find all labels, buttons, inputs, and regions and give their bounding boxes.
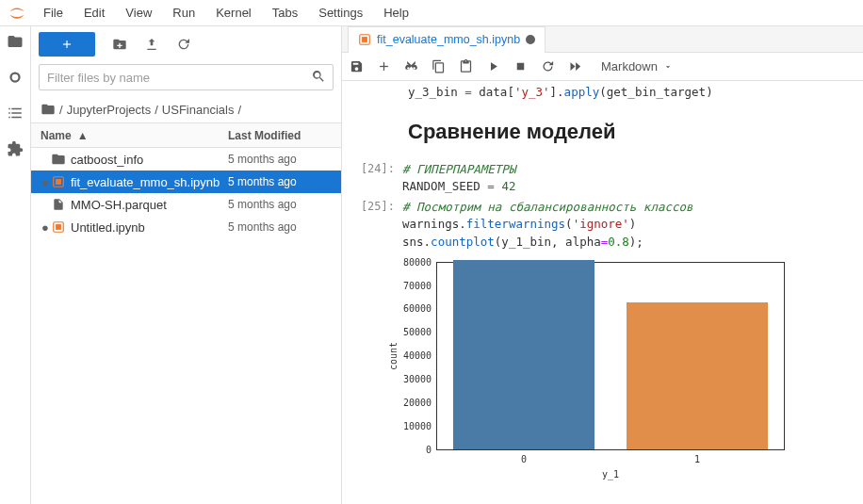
notebook-toolbar: Markdown [342,53,863,81]
search-icon [311,69,326,84]
code-cell[interactable]: [24]:# ГИПЕРПАРАМЕТРЫ RANDOM_SEED = 42 [342,159,863,197]
code-snippet: y_3_bin = data['y_3'].apply(get_bin_targ… [342,85,863,103]
chart-output: 8000070000600005000040000300002000010000… [342,252,863,450]
chart-xlabel: y_1 [437,469,784,480]
chart-ylabel: count [388,342,399,370]
jupyter-logo-icon [8,4,26,23]
interrupt-icon[interactable] [513,59,528,73]
cell-body: # Посмотрим на сбалансированность классо… [402,199,693,250]
toc-icon[interactable] [6,104,24,122]
notebook-icon [358,33,371,46]
file-type-icon [50,152,67,167]
chart-bar [627,302,769,449]
file-browser-toolbar [31,26,341,62]
file-row[interactable]: ●Untitled.ipynb5 months ago [31,216,341,238]
svg-rect-4 [56,224,61,230]
file-name: Untitled.ipynb [67,220,228,235]
cell-prompt: [25]: [342,199,402,250]
svg-rect-6 [362,37,367,42]
file-name: MMO-SH.parquet [67,198,228,212]
breadcrumb-item[interactable]: JupyterProjects [67,103,152,117]
breadcrumb-item[interactable]: USFinancials [162,103,235,117]
heading: Сравнение моделей [342,103,863,159]
extensions-icon[interactable] [6,139,24,158]
main-area: / JupyterProjects / USFinancials / Name▲… [0,26,863,504]
file-modified: 5 months ago [228,153,332,166]
filter-input[interactable] [39,64,334,90]
dirty-indicator-icon [526,35,535,44]
file-name: catboost_info [67,153,228,167]
file-row[interactable]: catboost_info5 months ago [31,148,341,171]
col-name[interactable]: Name▲ [41,129,228,142]
menu-file[interactable]: File [34,3,73,23]
filter-input-wrap [39,64,334,90]
tab-title: fit_evaluate_mmo_sh.ipynb [377,33,520,46]
save-icon[interactable] [350,59,364,73]
upload-icon[interactable] [144,37,159,52]
menu-kernel[interactable]: Kernel [206,3,261,23]
svg-point-0 [11,73,20,82]
file-list-header: Name▲ Last Modified [31,123,341,148]
cut-icon[interactable] [404,59,418,73]
chevron-down-icon [663,62,673,72]
menu-edit[interactable]: Edit [74,3,114,23]
menu-run[interactable]: Run [163,3,204,23]
menubar: File Edit View Run Kernel Tabs Settings … [0,0,863,26]
folder-icon[interactable] [41,102,56,117]
left-rail [0,26,31,504]
cell-body: # ГИПЕРПАРАМЕТРЫ RANDOM_SEED = 42 [402,161,515,195]
cell-prompt: [24]: [342,161,402,195]
file-modified: 5 months ago [228,198,332,211]
cell-type-select[interactable]: Markdown [595,59,673,73]
new-folder-icon[interactable] [112,37,127,52]
insert-cell-icon[interactable] [377,59,391,73]
paste-icon[interactable] [459,59,473,73]
menu-settings[interactable]: Settings [309,3,372,23]
refresh-icon[interactable] [176,37,191,52]
file-modified: 5 months ago [228,175,332,188]
restart-icon[interactable] [541,59,555,73]
running-dot-icon: ● [41,220,50,235]
file-name: fit_evaluate_mmo_sh.ipynb [67,175,228,189]
copy-icon[interactable] [432,59,446,73]
menu-help[interactable]: Help [374,3,418,23]
menu-tabs[interactable]: Tabs [263,3,307,23]
chart-bar [453,260,595,448]
restart-run-all-icon[interactable] [568,59,582,73]
menu-view[interactable]: View [116,3,161,23]
file-row[interactable]: ●fit_evaluate_mmo_sh.ipynb5 months ago [31,171,341,193]
file-list: catboost_info5 months ago●fit_evaluate_m… [31,148,341,504]
running-icon[interactable] [6,68,24,87]
file-type-icon [50,220,67,234]
folder-icon[interactable] [6,32,24,51]
running-dot-icon: ● [41,175,50,189]
svg-rect-7 [517,63,525,71]
sort-asc-icon: ▲ [77,129,89,142]
run-icon[interactable] [486,59,500,73]
notebook-content[interactable]: y_3_bin = data['y_3'].apply(get_bin_targ… [342,81,863,504]
cell-type-label: Markdown [601,59,658,73]
file-row[interactable]: MMO-SH.parquet5 months ago [31,193,341,216]
file-type-icon [50,175,67,188]
notebook-panel: fit_evaluate_mmo_sh.ipynb Markdown y_3_b… [342,26,863,504]
svg-rect-2 [56,179,61,185]
breadcrumb: / JupyterProjects / USFinancials / [31,96,341,123]
file-modified: 5 months ago [228,220,332,234]
file-type-icon [50,198,67,211]
new-launcher-button[interactable] [39,32,95,57]
file-browser: / JupyterProjects / USFinancials / Name▲… [31,26,342,504]
notebook-tabs: fit_evaluate_mmo_sh.ipynb [342,26,863,53]
code-cell[interactable]: [25]:# Посмотрим на сбалансированность к… [342,197,863,252]
notebook-tab[interactable]: fit_evaluate_mmo_sh.ipynb [348,26,545,53]
col-modified[interactable]: Last Modified [228,129,332,142]
